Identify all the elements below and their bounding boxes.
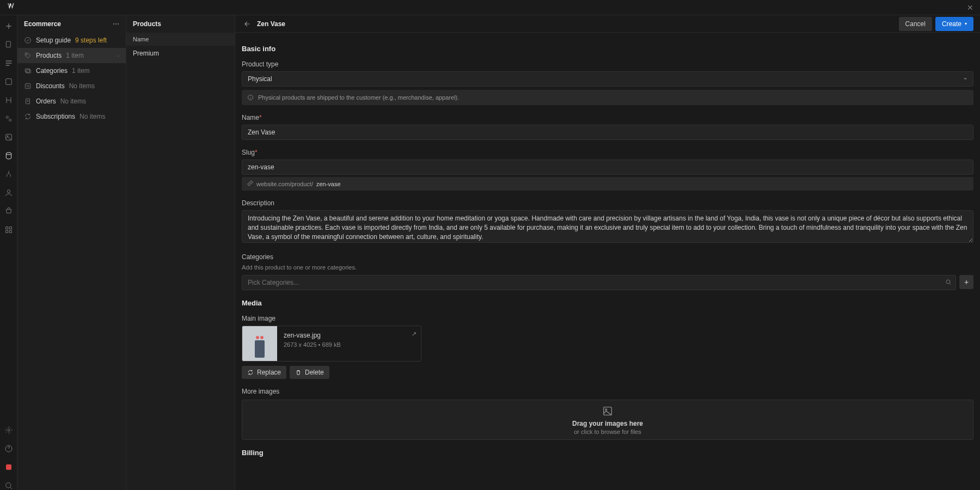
svg-rect-8 — [5, 227, 8, 229]
ecommerce-icon[interactable] — [4, 207, 13, 216]
sidebar-item-categories[interactable]: Categories 1 item — [17, 63, 126, 78]
image-thumbnail[interactable] — [242, 326, 277, 361]
sidebar-item-products[interactable]: Products 1 item › — [17, 48, 126, 63]
column-header: Name — [126, 33, 235, 46]
more-images-dropzone[interactable]: Drag your images here or click to browse… — [242, 400, 973, 440]
svg-rect-1 — [5, 79, 11, 85]
svg-rect-9 — [9, 227, 11, 229]
svg-rect-11 — [9, 230, 11, 232]
add-category-button[interactable]: + — [959, 275, 973, 289]
slug-input[interactable] — [242, 160, 973, 175]
svg-point-7 — [7, 190, 10, 193]
components-icon[interactable] — [4, 77, 13, 86]
slug-url-preview: website.com/product/zen-vase — [242, 177, 973, 191]
ecommerce-panel: Ecommerce ⋯ Setup guide 9 steps left Pro… — [17, 15, 126, 490]
more-icon[interactable]: ⋯ — [113, 20, 119, 28]
sidebar-item-orders[interactable]: Orders No items — [17, 94, 126, 109]
assets-icon[interactable] — [4, 133, 13, 142]
product-type-info: Physical products are shipped to the cus… — [242, 90, 973, 105]
categories-sub: Add this product to one or more categori… — [242, 264, 973, 271]
users-icon[interactable] — [4, 188, 13, 197]
more-images-label: More images — [242, 388, 973, 395]
sidebar-item-discounts[interactable]: Discounts No items — [17, 78, 126, 94]
section-billing: Billing — [242, 449, 973, 457]
delete-button[interactable]: Delete — [290, 366, 329, 379]
svg-point-26 — [605, 408, 607, 410]
pages-icon[interactable] — [4, 40, 13, 49]
panel-title: Products — [133, 20, 161, 28]
info-icon — [247, 94, 254, 101]
link-icon — [247, 180, 253, 187]
description-input[interactable]: Introducing the Zen Vase, a beautiful an… — [242, 210, 973, 243]
cancel-button[interactable]: Cancel — [899, 17, 932, 31]
product-row[interactable]: Premium — [126, 46, 235, 61]
replace-button[interactable]: Replace — [242, 366, 286, 379]
tag-icon — [24, 52, 32, 59]
add-icon[interactable] — [4, 22, 13, 30]
search-icon[interactable] — [4, 481, 13, 490]
search-icon — [945, 279, 952, 287]
svg-point-15 — [25, 38, 31, 44]
name-input[interactable] — [242, 125, 973, 140]
svg-point-12 — [8, 429, 10, 431]
panel-title: Ecommerce — [24, 20, 61, 28]
image-filename: zen-vase.jpg — [284, 332, 414, 339]
svg-point-14 — [5, 483, 10, 488]
image-icon — [602, 405, 614, 419]
main-image-label: Main image — [242, 315, 973, 322]
chevron-right-icon: › — [118, 53, 119, 59]
left-rail — [0, 15, 17, 490]
variables-icon[interactable] — [4, 96, 13, 105]
sidebar-item-setup-guide[interactable]: Setup guide 9 steps left — [17, 33, 126, 48]
svg-rect-18 — [26, 70, 30, 73]
app-logo[interactable] — [7, 2, 16, 13]
close-icon[interactable]: ✕ — [967, 3, 973, 12]
name-label: Name* — [242, 114, 973, 121]
description-label: Description — [242, 199, 973, 207]
receipt-icon — [24, 97, 32, 105]
svg-point-2 — [6, 116, 8, 118]
svg-rect-22 — [26, 99, 30, 103]
cms-icon[interactable] — [4, 151, 13, 160]
check-circle-icon — [24, 36, 32, 44]
section-basic-info: Basic info — [242, 45, 973, 53]
folders-icon — [24, 67, 32, 75]
svg-rect-10 — [5, 230, 8, 232]
page-title: Zen Vase — [257, 20, 285, 28]
svg-rect-0 — [6, 41, 10, 47]
logic-icon[interactable] — [4, 170, 13, 179]
apps-icon[interactable] — [4, 225, 13, 234]
chevron-down-icon: ▾ — [965, 21, 967, 26]
sidebar-item-subscriptions[interactable]: Subscriptions No items — [17, 109, 126, 124]
main-content: Zen Vase Cancel Create▾ Basic info Produ… — [235, 15, 980, 490]
help-icon[interactable] — [4, 444, 13, 453]
navigator-icon[interactable] — [4, 59, 13, 68]
back-button[interactable] — [242, 19, 253, 29]
svg-point-24 — [946, 280, 950, 284]
products-panel: Products Name Premium — [126, 15, 235, 490]
settings-icon[interactable] — [4, 426, 13, 434]
main-image-card: zen-vase.jpg 2673 x 4025 • 689 kB ↗ — [242, 326, 421, 362]
svg-point-21 — [28, 87, 29, 87]
svg-rect-17 — [25, 69, 29, 72]
video-icon[interactable] — [4, 463, 13, 471]
expand-icon[interactable]: ↗ — [412, 330, 416, 338]
svg-point-20 — [27, 85, 27, 85]
categories-label: Categories — [242, 253, 973, 261]
create-button[interactable]: Create▾ — [935, 17, 973, 31]
percent-icon — [24, 82, 32, 90]
image-dimensions: 2673 x 4025 • 689 kB — [284, 341, 414, 348]
product-type-select[interactable]: Physical — [242, 71, 973, 87]
product-type-label: Product type — [242, 60, 973, 68]
categories-input[interactable] — [242, 275, 956, 290]
slug-label: Slug* — [242, 149, 973, 156]
refresh-icon — [24, 113, 32, 120]
svg-point-16 — [26, 54, 27, 55]
svg-point-6 — [6, 152, 11, 155]
svg-point-3 — [9, 119, 11, 121]
styles-icon[interactable] — [4, 114, 13, 123]
section-media: Media — [242, 299, 973, 307]
